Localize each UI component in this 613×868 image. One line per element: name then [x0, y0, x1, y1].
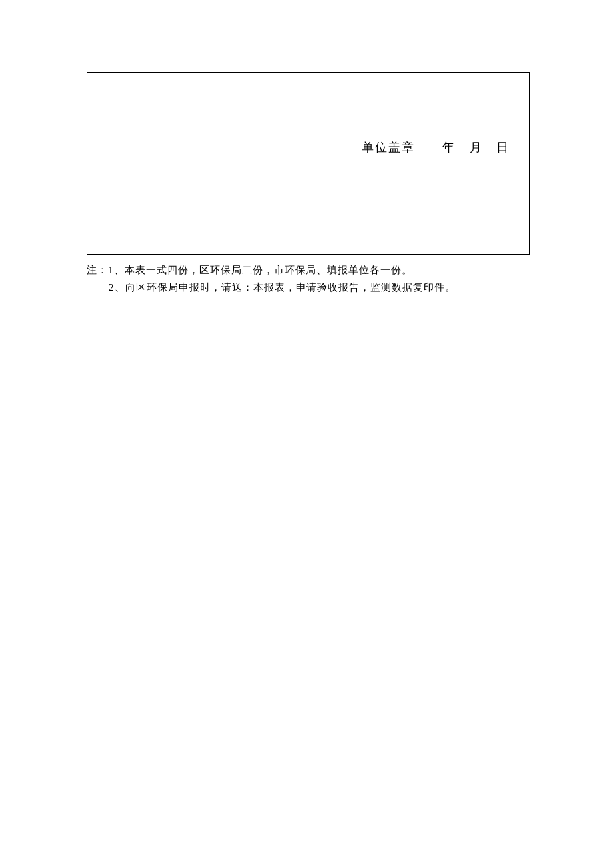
seal-date-line: 单位盖章 年 月 日 [362, 139, 515, 155]
form-table: 单位盖章 年 月 日 [87, 72, 530, 255]
notes-block: 注：1、本表一式四份，区环保局二份，市环保局、填报单位各一份。 2、向区环保局申… [87, 261, 530, 296]
note-2-text: 2、向区环保局申报时，请送：本报表，申请验收报告，监测数据复印件。 [109, 282, 456, 293]
table-row: 单位盖章 年 月 日 [87, 73, 530, 255]
note-prefix: 注： [87, 265, 108, 275]
seal-label: 单位盖章 [362, 141, 415, 154]
date-placeholder: 年 月 日 [436, 141, 514, 154]
left-cell [87, 73, 119, 255]
day-unit: 日 [496, 141, 508, 154]
month-unit: 月 [470, 141, 482, 154]
document-page: 单位盖章 年 月 日 注：1、本表一式四份，区环保局二份，市环保局、填报单位各一… [0, 0, 613, 296]
right-cell: 单位盖章 年 月 日 [119, 73, 530, 255]
note-line-1: 注：1、本表一式四份，区环保局二份，市环保局、填报单位各一份。 [87, 261, 530, 279]
year-unit: 年 [442, 141, 454, 154]
note-1-text: 1、本表一式四份，区环保局二份，市环保局、填报单位各一份。 [108, 265, 412, 275]
note-line-2: 2、向区环保局申报时，请送：本报表，申请验收报告，监测数据复印件。 [87, 279, 530, 296]
